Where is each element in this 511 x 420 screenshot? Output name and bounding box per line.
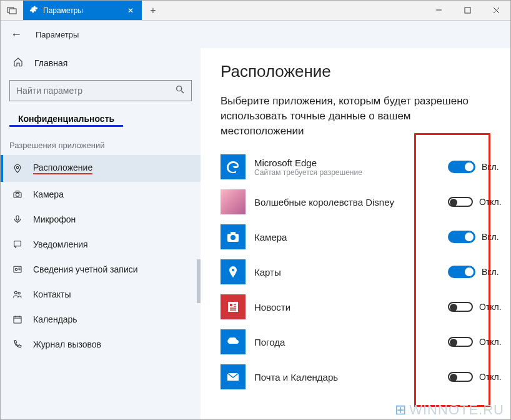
svg-rect-3 [465, 8, 470, 13]
back-button[interactable]: ← [11, 28, 22, 41]
sidebar-item-label: Расположение [33, 162, 92, 174]
svg-point-15 [15, 268, 17, 270]
app-name: Карты [254, 267, 439, 278]
toggle-label: Откл. [479, 337, 502, 347]
app-name: Почта и Календарь [254, 372, 439, 382]
app-icon-news [221, 294, 246, 319]
toggle-switch[interactable] [448, 302, 473, 312]
toggle-switch[interactable] [448, 266, 475, 278]
app-toggle-wrap: Вкл. [448, 161, 510, 173]
sidebar-item-label: Камера [33, 189, 64, 199]
close-window-button[interactable] [482, 1, 510, 20]
svg-point-8 [16, 166, 18, 168]
home-icon [13, 57, 23, 69]
svg-rect-12 [16, 216, 19, 220]
sidebar-item-label: Микрофон [33, 214, 76, 224]
sidebar-section-privacy: Конфиденциальность [9, 110, 123, 127]
sidebar-item-calendar[interactable]: Календарь [1, 307, 201, 332]
toggle-label: Вкл. [482, 232, 499, 242]
toggle-label: Откл. [479, 302, 502, 312]
sidebar-item-account[interactable]: Сведения учетной записи [1, 257, 201, 282]
gear-icon [29, 5, 38, 16]
app-toggle-wrap: Откл. [448, 372, 510, 382]
app-icon-maps [221, 259, 246, 284]
account-icon [12, 264, 23, 274]
app-icon-weather [221, 329, 246, 354]
app-name: Волшебные королевства Disney [254, 197, 439, 208]
app-header: ← Параметры [1, 21, 510, 48]
sidebar-item-calllog[interactable]: Журнал вызовов [1, 332, 201, 357]
app-subtext: Сайтам требуется разрешение [254, 168, 439, 177]
mic-icon [12, 214, 23, 224]
main-content: Расположение Выберите приложения, которы… [201, 48, 510, 420]
svg-rect-28 [230, 304, 232, 306]
page-heading: Расположение [221, 62, 510, 81]
app-title: Параметры [36, 30, 79, 39]
toggle-switch[interactable] [448, 337, 473, 347]
sidebar-item-label: Контакты [33, 289, 71, 299]
svg-rect-11 [16, 191, 19, 192]
app-toggle-wrap: Откл. [448, 337, 510, 347]
app-toggle-wrap: Вкл. [448, 231, 510, 243]
app-row: КамераВкл. [221, 219, 510, 254]
titlebar-spacer [164, 1, 424, 20]
sidebar-home-label: Главная [34, 58, 67, 68]
toggle-switch[interactable] [448, 231, 475, 243]
toggle-label: Откл. [479, 372, 502, 382]
app-row: Почта и КалендарьОткл. [221, 359, 510, 394]
minimize-button[interactable] [424, 1, 453, 20]
sidebar-item-mic[interactable]: Микрофон [1, 207, 201, 232]
toggle-switch[interactable] [448, 161, 475, 173]
contacts-icon [12, 289, 23, 299]
window-titlebar: Параметры ✕ + [1, 1, 510, 21]
search-icon[interactable] [175, 84, 185, 97]
toggle-label: Вкл. [482, 162, 499, 172]
svg-rect-20 [14, 316, 21, 323]
app-row: КартыВкл. [221, 254, 510, 289]
app-name: Новости [254, 302, 439, 312]
app-row: Microsoft EdgeСайтам требуется разрешени… [221, 149, 510, 184]
app-toggle-wrap: Откл. [448, 197, 510, 207]
svg-rect-26 [231, 232, 236, 234]
toggle-switch[interactable] [448, 372, 473, 382]
toggle-label: Откл. [479, 197, 502, 207]
sidebar-item-label: Сведения учетной записи [33, 264, 138, 274]
search-input[interactable] [16, 86, 175, 96]
search-box[interactable] [9, 80, 192, 101]
app-row: НовостиОткл. [221, 289, 510, 324]
app-name: Microsoft Edge [254, 158, 439, 168]
sidebar-item-label: Журнал вызовов [33, 339, 101, 349]
location-icon [12, 164, 23, 174]
svg-point-25 [231, 235, 236, 240]
app-name: Камера [254, 232, 439, 242]
sidebar-item-label: Календарь [33, 314, 77, 324]
browser-tab-settings[interactable]: Параметры ✕ [23, 1, 142, 20]
sidebar-item-contacts[interactable]: Контакты [1, 282, 201, 307]
sidebar-item-bell[interactable]: Уведомления [1, 232, 201, 257]
sidebar-item-camera[interactable]: Камера [1, 182, 201, 207]
app-row: Волшебные королевства DisneyОткл. [221, 184, 510, 219]
calllog-icon [12, 339, 23, 349]
page-lead: Выберите приложения, которым будет разре… [221, 94, 489, 138]
app-row: ПогодаОткл. [221, 324, 510, 359]
app-icon-edge [221, 154, 246, 179]
task-view-icon[interactable] [1, 1, 23, 20]
new-tab-button[interactable]: + [142, 1, 164, 20]
svg-rect-13 [14, 241, 21, 246]
close-tab-icon[interactable]: ✕ [126, 6, 136, 15]
svg-point-10 [16, 193, 19, 196]
sidebar-item-home[interactable]: Главная [1, 51, 201, 75]
svg-rect-1 [9, 9, 16, 14]
app-icon-camera [221, 224, 246, 249]
toggle-switch[interactable] [448, 197, 473, 207]
bell-icon [12, 239, 23, 249]
app-toggle-wrap: Вкл. [448, 266, 510, 278]
svg-point-6 [177, 86, 182, 91]
sidebar-item-label: Уведомления [33, 239, 88, 249]
tab-label: Параметры [43, 6, 121, 15]
sidebar-item-location[interactable]: Расположение [1, 155, 201, 182]
camera-icon [12, 189, 23, 199]
maximize-button[interactable] [453, 1, 482, 20]
watermark: ⊞WINNOTE.RU [395, 402, 504, 418]
calendar-icon [12, 314, 23, 324]
